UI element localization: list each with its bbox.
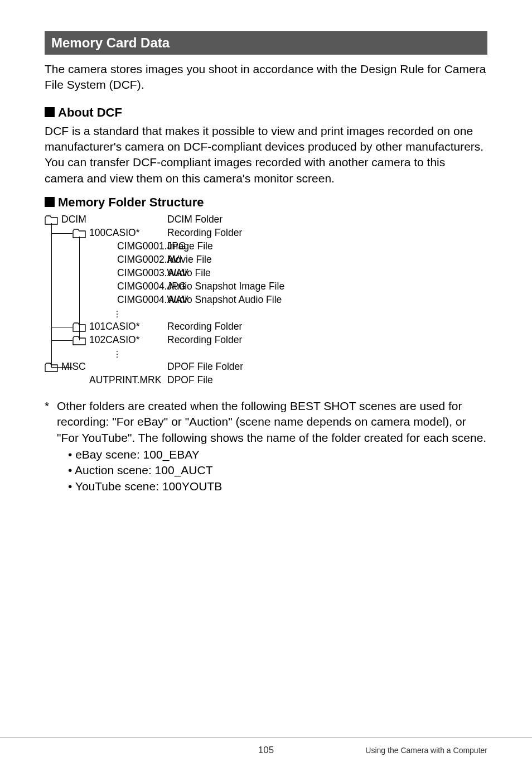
tree-item-desc: Audio Snapshot Image File (167, 282, 284, 292)
vertical-ellipsis-icon: ··· (100, 310, 134, 318)
asterisk-icon: * (45, 398, 57, 446)
intro-paragraph: The camera stores images you shoot in ac… (45, 61, 487, 93)
square-bullet-icon (45, 107, 55, 117)
about-dcf-heading-text: About DCF (58, 105, 122, 119)
tree-row: CIMG0001.JPGImage File (45, 240, 487, 253)
about-dcf-heading: About DCF (45, 105, 487, 120)
footnote-lead: Other folders are created when the follo… (57, 398, 487, 446)
tree-connector-line (51, 223, 52, 367)
section-title-bar: Memory Card Data (45, 31, 487, 55)
tree-row: 101CASIO *Recording Folder (45, 320, 487, 334)
tree-item-name: 102CASIO (89, 335, 136, 345)
tree-item-name: AUTPRINT.MRK (89, 375, 161, 385)
tree-row: CIMG0004.JPGAudio Snapshot Image File (45, 280, 487, 293)
asterisk-icon: * (136, 335, 140, 345)
tree-item-desc: Audio File (167, 268, 211, 278)
tree-row: CIMG0004.WAVAudio Snapshot Audio File (45, 293, 487, 307)
tree-item-desc: Movie File (167, 255, 212, 265)
tree-row: CIMG0002.AVIMovie File (45, 253, 487, 267)
tree-connector-line (51, 367, 72, 368)
tree-row: 100CASIO *Recording Folder (45, 226, 487, 240)
footnote: * Other folders are created when the fol… (45, 398, 487, 494)
about-dcf-body: DCF is a standard that makes it possible… (45, 123, 487, 186)
chapter-name: Using the Camera with a Computer (365, 746, 487, 755)
folder-structure-heading-text: Memory Folder Structure (58, 195, 204, 209)
tree-item-desc: Image File (167, 242, 213, 252)
tree-item-desc: Recording Folder (167, 322, 242, 332)
tree-item-desc: Recording Folder (167, 335, 242, 345)
tree-row: 102CASIO *Recording Folder (45, 334, 487, 347)
asterisk-icon: * (136, 228, 140, 238)
tree-row: CIMG0003.WAVAudio File (45, 267, 487, 280)
tree-item-desc: DPOF File Folder (167, 362, 243, 372)
tree-connector-line (51, 327, 72, 327)
asterisk-icon: * (136, 322, 140, 332)
tree-connector-line (79, 237, 80, 340)
tree-connector-line (51, 233, 72, 234)
page-footer: 105 Using the Camera with a Computer (0, 737, 532, 744)
footnote-item: Auction scene: 100_AUCT (68, 462, 487, 478)
tree-item-desc: DCIM Folder (167, 215, 223, 225)
tree-item-desc: Audio Snapshot Audio File (167, 295, 282, 305)
section-title: Memory Card Data (51, 35, 170, 50)
square-bullet-icon (45, 197, 55, 207)
tree-row: DCIMDCIM Folder (45, 213, 487, 226)
tree-row: ··· (45, 347, 487, 360)
footnote-item: YouTube scene: 100YOUTB (68, 479, 487, 494)
tree-item-name: DCIM (61, 215, 86, 225)
tree-row: ··· (45, 307, 487, 320)
tree-item-name: 101CASIO (89, 322, 136, 332)
tree-item-desc: DPOF File (167, 375, 213, 385)
tree-row: AUTPRINT.MRKDPOF File (45, 374, 487, 387)
footnote-item: eBay scene: 100_EBAY (68, 447, 487, 462)
tree-connector-line (51, 367, 52, 368)
tree-item-desc: Recording Folder (167, 228, 242, 238)
folder-structure-heading: Memory Folder Structure (45, 195, 487, 210)
tree-connector-line (51, 340, 72, 341)
vertical-ellipsis-icon: ··· (100, 350, 134, 358)
folder-tree: DCIMDCIM Folder100CASIO *Recording Folde… (45, 213, 487, 387)
tree-row: MISCDPOF File Folder (45, 360, 487, 374)
tree-item-name: 100CASIO (89, 228, 136, 238)
